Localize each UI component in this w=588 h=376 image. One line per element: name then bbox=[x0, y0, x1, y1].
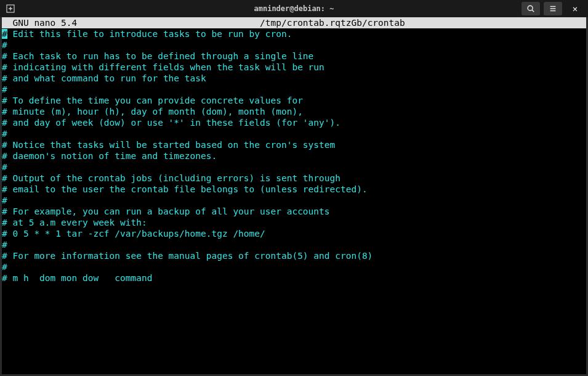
file-line: # For example, you can run a backup of a… bbox=[2, 206, 586, 217]
file-line: # at 5 a.m every week with: bbox=[2, 217, 586, 228]
window-title: amninder@debian: ~ bbox=[254, 4, 334, 13]
file-line: # Edit this file to introduce tasks to b… bbox=[2, 28, 586, 39]
file-line: # Notice that tasks will be started base… bbox=[2, 139, 586, 150]
terminal[interactable]: GNU nano 5.4 /tmp/crontab.rqtzGb/crontab… bbox=[2, 17, 586, 374]
terminal-container: GNU nano 5.4 /tmp/crontab.rqtzGb/crontab… bbox=[0, 17, 588, 376]
titlebar-right-group: ✕ bbox=[522, 2, 584, 15]
file-line: # To define the time you can provide con… bbox=[2, 95, 586, 106]
file-line: # email to the user the crontab file bel… bbox=[2, 184, 586, 195]
file-line: # and day of week (dow) or use '*' in th… bbox=[2, 117, 586, 128]
new-tab-button[interactable] bbox=[4, 2, 17, 15]
close-icon: ✕ bbox=[573, 4, 578, 14]
search-icon bbox=[526, 4, 535, 13]
new-tab-icon bbox=[6, 4, 15, 14]
file-line: # Output of the crontab jobs (including … bbox=[2, 173, 586, 184]
nano-header: GNU nano 5.4 /tmp/crontab.rqtzGb/crontab bbox=[2, 17, 586, 28]
menu-button[interactable] bbox=[544, 2, 562, 15]
svg-point-1 bbox=[528, 6, 533, 10]
nano-file-path: /tmp/crontab.rqtzGb/crontab bbox=[260, 18, 405, 28]
hamburger-icon bbox=[549, 4, 557, 13]
file-line: # bbox=[2, 261, 586, 272]
file-line: # Each task to run has to be defined thr… bbox=[2, 51, 586, 62]
file-line: # m h dom mon dow command bbox=[2, 272, 586, 284]
close-button[interactable]: ✕ bbox=[566, 2, 584, 15]
file-line: # 0 5 * * 1 tar -zcf /var/backups/home.t… bbox=[2, 228, 586, 239]
search-button[interactable] bbox=[522, 2, 540, 15]
titlebar-left-group bbox=[4, 2, 17, 15]
file-line: # bbox=[2, 239, 586, 250]
svg-line-2 bbox=[532, 10, 534, 12]
file-line: # bbox=[2, 128, 586, 139]
file-line: # bbox=[2, 84, 586, 95]
file-line: # daemon's notion of time and timezones. bbox=[2, 150, 586, 161]
file-line: # bbox=[2, 195, 586, 206]
file-line: # and what command to run for the task bbox=[2, 73, 586, 84]
text-cursor: # bbox=[2, 29, 7, 39]
file-content: # Edit this file to introduce tasks to b… bbox=[2, 28, 586, 284]
file-line-text: Edit this file to introduce tasks to be … bbox=[7, 29, 292, 39]
file-line: # bbox=[2, 161, 586, 173]
file-line: # indicating with different fields when … bbox=[2, 62, 586, 73]
file-line: # minute (m), hour (h), day of month (do… bbox=[2, 106, 586, 117]
nano-app-name: GNU nano 5.4 bbox=[2, 18, 77, 28]
file-line: # For more information see the manual pa… bbox=[2, 250, 586, 261]
file-line: # bbox=[2, 39, 586, 51]
window-titlebar: amninder@debian: ~ ✕ bbox=[0, 0, 588, 17]
